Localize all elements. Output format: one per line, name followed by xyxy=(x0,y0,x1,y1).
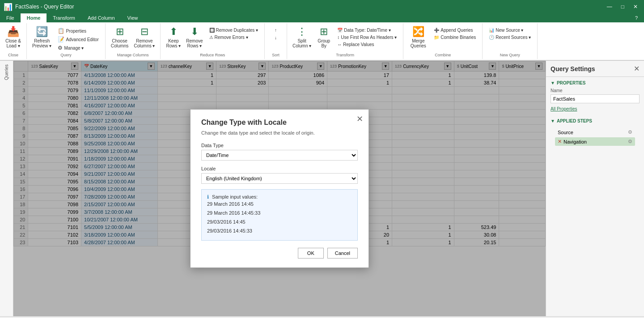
data-type-field: Data Type Date/Time xyxy=(201,143,358,161)
transform-vertical: 📅 Data Type: Date/Time ▾ ↕ Use First Row… xyxy=(335,25,399,48)
sort-asc-icon: ↑ xyxy=(275,28,277,33)
query-group-label: Query xyxy=(60,52,72,57)
locale-select[interactable]: English (United Kingdom) xyxy=(201,173,358,184)
data-type-label: Data Type: Date/Time ▾ xyxy=(344,28,391,33)
replace-values-button[interactable]: ↔ Replace Values xyxy=(335,41,399,48)
group-by-button[interactable]: ⊞ GroupBy xyxy=(315,25,333,49)
tab-view[interactable]: View xyxy=(121,13,144,22)
reduce-rows-group-label: Reduce Rows xyxy=(200,52,225,57)
sort-content: ↑ ↓ xyxy=(272,25,280,52)
choose-columns-label: ChooseColumns xyxy=(111,38,128,48)
remove-duplicates-button[interactable]: 🔲 Remove Duplicates ▾ xyxy=(207,27,261,34)
merge-queries-icon: 🔀 xyxy=(412,26,424,38)
new-query-group-label: New Query xyxy=(500,52,520,57)
sample-value: 29/03/2016 14:45:33 xyxy=(207,227,352,236)
split-column-button[interactable]: ⋮ SplitColumn ▾ xyxy=(291,25,313,49)
refresh-label: RefreshPreview ▾ xyxy=(32,38,51,48)
help-button[interactable]: ? xyxy=(629,13,644,22)
data-type-label: Data Type xyxy=(201,143,358,148)
refresh-preview-button[interactable]: 🔄 RefreshPreview ▾ xyxy=(30,25,53,49)
recent-sources-button[interactable]: 🕐 Recent Sources ▾ xyxy=(486,34,534,41)
sample-title-text: Sample input values: xyxy=(212,194,258,199)
sort-asc-button[interactable]: ↑ xyxy=(272,27,280,34)
remove-duplicates-label: Remove Duplicates ▾ xyxy=(216,28,258,33)
modal-description: Change the data type and select the loca… xyxy=(201,130,358,136)
chevron-down-steps-icon: ▼ xyxy=(551,119,555,123)
keep-rows-label: KeepRows ▾ xyxy=(166,38,181,48)
choose-columns-icon: ⊞ xyxy=(116,26,124,38)
tab-home[interactable]: Home xyxy=(21,13,47,22)
properties-section-label: PROPERTIES xyxy=(557,81,585,85)
sample-title: ℹ Sample input values: xyxy=(207,194,352,200)
replace-values-label: Replace Values xyxy=(343,42,374,47)
applied-steps-label: APPLIED STEPS xyxy=(557,119,592,123)
sample-value: 29 March 2016 14:45 xyxy=(207,200,352,209)
qs-header: Query Settings ✕ xyxy=(546,61,644,77)
excel-icon: 📊 xyxy=(4,3,13,11)
combine-binaries-button[interactable]: 📁 Combine Binaries xyxy=(431,34,479,41)
ok-button[interactable]: OK xyxy=(298,248,324,259)
append-queries-button[interactable]: ➕ Append Queries xyxy=(431,27,479,34)
modal-change-type: ✕ Change Type with Locale Change the dat… xyxy=(190,109,369,267)
queries-label: Queries xyxy=(4,63,9,82)
remove-columns-button[interactable]: ⊟ RemoveColumns ▾ xyxy=(132,25,157,49)
choose-columns-button[interactable]: ⊞ ChooseColumns xyxy=(109,25,130,49)
use-first-row-button[interactable]: ↕ Use First Row As Headers ▾ xyxy=(335,34,399,41)
close-button[interactable]: ✕ xyxy=(631,3,640,11)
info-icon: ℹ xyxy=(207,194,209,199)
remove-errors-icon: ⚠ xyxy=(209,35,213,40)
manage-columns-content: ⊞ ChooseColumns ⊟ RemoveColumns ▾ xyxy=(109,25,157,52)
modal-overlay: ✕ Change Type with Locale Change the dat… xyxy=(13,61,546,316)
all-properties-link[interactable]: All Properties xyxy=(551,106,577,111)
modal-title: Change Type with Locale xyxy=(201,119,358,127)
new-source-button[interactable]: 📊 New Source ▾ xyxy=(486,27,534,34)
remove-errors-button[interactable]: ⚠ Remove Errors ▾ xyxy=(207,34,261,41)
tab-add-column[interactable]: Add Column xyxy=(81,13,121,22)
step-item[interactable]: Source⚙ xyxy=(555,128,635,136)
recent-sources-icon: 🕐 xyxy=(489,35,494,40)
locale-label: Locale xyxy=(201,166,358,171)
use-first-row-label: Use First Row As Headers ▾ xyxy=(341,35,397,40)
qs-close-button[interactable]: ✕ xyxy=(634,64,640,73)
qs-name-input[interactable] xyxy=(551,94,640,103)
remove-duplicates-icon: 🔲 xyxy=(209,28,215,33)
manage-button[interactable]: ⚙ Manage ▾ xyxy=(55,44,101,52)
step-name: Source xyxy=(558,130,573,135)
manage-columns-group-label: Manage Columns xyxy=(117,52,149,57)
close-load-button[interactable]: 📥 Close &Load ▾ xyxy=(4,25,23,49)
locale-field: Locale English (United Kingdom) xyxy=(201,166,358,184)
remove-rows-button[interactable]: ⬇ RemoveRows ▾ xyxy=(184,25,204,49)
close-load-label: Close &Load ▾ xyxy=(5,38,21,48)
cancel-button[interactable]: Cancel xyxy=(327,248,358,259)
remove-rows-icon: ⬇ xyxy=(191,26,199,38)
keep-rows-button[interactable]: ⬆ KeepRows ▾ xyxy=(164,25,182,49)
sort-desc-button[interactable]: ↓ xyxy=(272,34,280,41)
step-gear-icon[interactable]: ⚙ xyxy=(628,139,632,144)
maximize-button[interactable]: □ xyxy=(619,3,627,11)
step-gear-icon[interactable]: ⚙ xyxy=(628,129,632,135)
append-queries-label: Append Queries xyxy=(441,28,473,33)
qs-properties-title: ▼ PROPERTIES xyxy=(551,81,640,85)
tab-file[interactable]: File xyxy=(0,13,21,22)
query-settings-panel: Query Settings ✕ ▼ PROPERTIES Name All P… xyxy=(546,61,644,316)
step-name: Navigation xyxy=(564,139,587,144)
data-type-select[interactable]: Date/Time xyxy=(201,150,358,161)
main-content: 123 SalesKey ▼ 📅 DateKey ▼ xyxy=(13,61,546,316)
ribbon-content: 📥 Close &Load ▾ Close 🔄 RefreshPreview ▾… xyxy=(0,22,644,60)
advanced-editor-button[interactable]: 📝 Advanced Editor xyxy=(55,35,101,43)
data-type-button[interactable]: 📅 Data Type: Date/Time ▾ xyxy=(335,27,399,34)
ribbon-group-sort: ↑ ↓ Sort xyxy=(265,23,287,59)
tab-transform[interactable]: Transform xyxy=(47,13,81,22)
modal-close-button[interactable]: ✕ xyxy=(356,114,363,124)
properties-button[interactable]: 📋 Properties xyxy=(55,27,101,35)
merge-queries-button[interactable]: 🔀 MergeQueries xyxy=(407,25,429,49)
split-column-icon: ⋮ xyxy=(297,26,307,38)
minimize-button[interactable]: — xyxy=(604,3,615,11)
ribbon-tabs: File Home Transform Add Column View ? xyxy=(0,13,644,22)
sample-value: 29/03/2016 14:45 xyxy=(207,218,352,227)
title-bar-controls: — □ ✕ xyxy=(604,3,640,11)
step-item[interactable]: ✕Navigation⚙ xyxy=(555,137,635,146)
step-error-icon: ✕ xyxy=(558,139,562,144)
transform-group-label: Transform xyxy=(336,52,354,57)
chevron-down-icon: ▼ xyxy=(551,81,555,85)
